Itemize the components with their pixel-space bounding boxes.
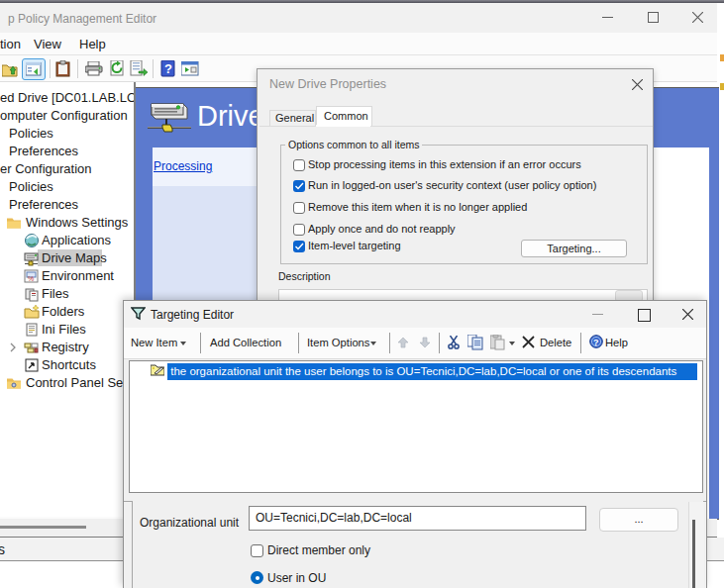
svg-text:?: ? <box>593 338 599 347</box>
svg-text:%: % <box>28 275 34 282</box>
svg-text:?: ? <box>164 61 172 76</box>
